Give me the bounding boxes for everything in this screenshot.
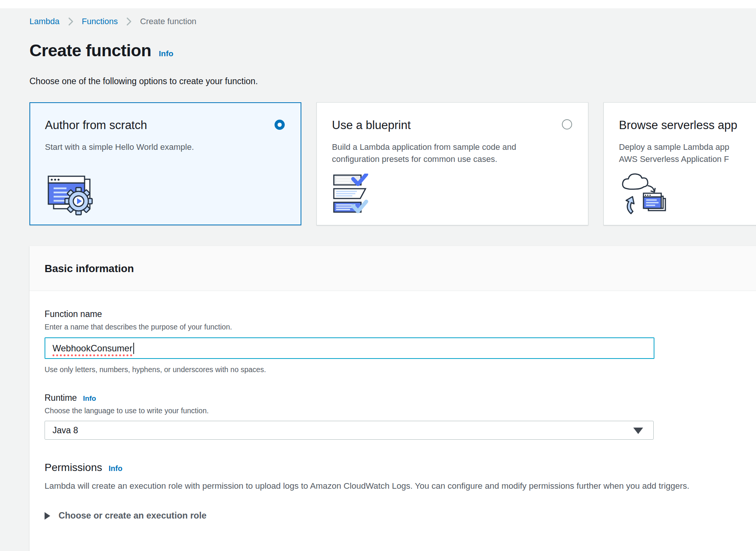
text-caret bbox=[133, 343, 134, 354]
runtime-selected-option: Java 8 bbox=[52, 425, 78, 436]
function-name-input[interactable]: WebhookConsumer bbox=[45, 337, 654, 359]
function-name-description: Enter a name that describes the purpose … bbox=[45, 323, 741, 331]
top-strip bbox=[0, 0, 756, 8]
author-from-scratch-icon bbox=[45, 173, 96, 215]
card-description-line1: Deploy a sample Lambda app bbox=[619, 142, 729, 152]
card-use-a-blueprint[interactable]: Use a blueprint Build a Lambda applicati… bbox=[316, 102, 588, 225]
card-title: Browse serverless app bbox=[619, 119, 756, 132]
runtime-description: Choose the language to use to write your… bbox=[45, 406, 741, 415]
card-browse-serverless-app-repository[interactable]: Browse serverless app Deploy a sample La… bbox=[603, 102, 756, 225]
card-description: Deploy a sample Lambda app AWS Serverles… bbox=[619, 141, 756, 165]
radio-unselected-icon[interactable] bbox=[562, 119, 572, 129]
permissions-description: Lambda will create an execution role wit… bbox=[45, 481, 741, 491]
function-name-label: Function name bbox=[45, 309, 741, 319]
radio-selected-icon[interactable] bbox=[275, 120, 285, 130]
chevron-right-icon bbox=[68, 17, 74, 26]
blueprint-icon bbox=[332, 174, 373, 216]
card-description-line2: AWS Serverless Application F bbox=[619, 154, 729, 164]
panel-body: Function name Enter a name that describe… bbox=[29, 291, 756, 551]
runtime-select[interactable]: Java 8 bbox=[45, 421, 654, 440]
execution-role-expander-label: Choose or create an execution role bbox=[59, 511, 207, 521]
execution-role-expander[interactable]: Choose or create an execution role bbox=[45, 511, 741, 521]
dropdown-arrow-icon bbox=[633, 428, 643, 434]
panel-title: Basic information bbox=[45, 263, 741, 275]
intro-text: Choose one of the following options to c… bbox=[29, 76, 756, 86]
basic-information-panel: Basic information Function name Enter a … bbox=[29, 246, 756, 551]
runtime-field: Runtime Info Choose the language to use … bbox=[45, 393, 741, 440]
creation-option-cards: Author from scratch Start with a simple … bbox=[29, 102, 756, 225]
function-name-value: WebhookConsumer bbox=[52, 343, 133, 354]
page-title: Create function bbox=[29, 41, 151, 60]
card-description: Build a Lambda application from sample c… bbox=[332, 141, 573, 165]
card-title: Use a blueprint bbox=[332, 119, 573, 132]
panel-header: Basic information bbox=[29, 246, 756, 291]
breadcrumb: Lambda Functions Create function bbox=[29, 17, 756, 26]
card-title: Author from scratch bbox=[45, 119, 286, 132]
permissions-section: Permissions Info Lambda will create an e… bbox=[45, 462, 741, 491]
permissions-info-link[interactable]: Info bbox=[108, 464, 122, 473]
breadcrumb-lambda[interactable]: Lambda bbox=[29, 17, 60, 26]
title-info-link[interactable]: Info bbox=[159, 49, 173, 58]
function-name-constraint: Use only letters, numbers, hyphens, or u… bbox=[45, 365, 741, 374]
card-author-from-scratch[interactable]: Author from scratch Start with a simple … bbox=[29, 102, 301, 225]
permissions-title: Permissions bbox=[45, 462, 102, 474]
card-description: Start with a simple Hello World example. bbox=[45, 141, 286, 153]
runtime-label: Runtime bbox=[45, 393, 77, 403]
function-name-field: Function name Enter a name that describe… bbox=[45, 309, 741, 374]
chevron-right-icon bbox=[126, 17, 132, 26]
breadcrumb-current: Create function bbox=[140, 17, 196, 26]
serverless-app-repository-icon bbox=[619, 171, 670, 216]
runtime-info-link[interactable]: Info bbox=[83, 394, 96, 403]
expand-triangle-icon bbox=[45, 512, 50, 520]
breadcrumb-functions[interactable]: Functions bbox=[82, 17, 118, 26]
create-function-page: Lambda Functions Create function Create … bbox=[0, 17, 756, 551]
